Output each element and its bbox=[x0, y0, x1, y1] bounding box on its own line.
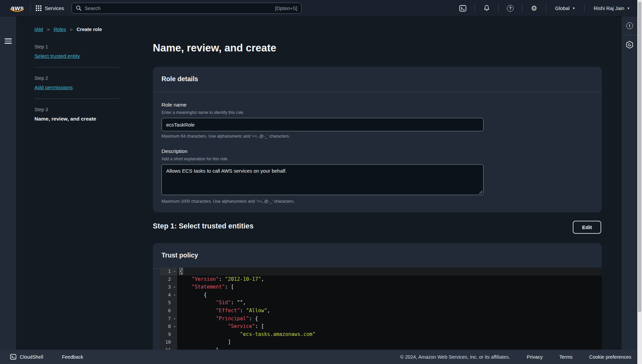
nav-divider bbox=[584, 4, 584, 13]
page-scrollbar[interactable] bbox=[637, 0, 642, 364]
code-line[interactable]: 7▾"Principal": { bbox=[160, 315, 602, 323]
breadcrumb-iam[interactable]: IAM bbox=[34, 27, 43, 32]
wizard-step-3-current: Step 3 Name, review, and create bbox=[34, 107, 119, 122]
page-title: Name, review, and create bbox=[153, 42, 276, 54]
wizard-steps-sidebar: Step 1 Select trusted entity Step 2 Add … bbox=[34, 44, 119, 122]
region-selector[interactable]: Global ▼ bbox=[551, 0, 579, 16]
search-shortcut: [Option+S] bbox=[275, 6, 297, 11]
fold-gutter bbox=[172, 307, 177, 315]
line-number: 11 bbox=[160, 346, 172, 350]
trusted-entities-section-header: Step 1: Select trusted entities Edit bbox=[153, 221, 602, 234]
role-name-input[interactable] bbox=[162, 118, 484, 131]
chevron-down-icon: ▼ bbox=[627, 7, 630, 10]
fold-gutter bbox=[172, 276, 177, 284]
gear-icon: ⚙ bbox=[531, 5, 537, 12]
settings-button[interactable]: ⚙ bbox=[527, 0, 541, 16]
code-text: "Effect": "Allow", bbox=[177, 307, 270, 315]
fold-arrow-icon[interactable]: ▾ bbox=[172, 283, 177, 291]
fold-arrow-icon[interactable]: ▾ bbox=[172, 323, 177, 331]
chevron-down-icon: ▼ bbox=[572, 7, 575, 10]
wizard-step-2: Step 2 Add permissions bbox=[34, 75, 119, 90]
cloudshell-button[interactable]: CloudShell bbox=[10, 354, 43, 360]
fold-arrow-icon[interactable]: ▾ bbox=[172, 291, 177, 299]
info-icon: i bbox=[626, 22, 633, 29]
aws-smile-icon bbox=[10, 8, 24, 12]
code-text: } bbox=[177, 346, 219, 350]
line-number: 5 bbox=[160, 299, 172, 307]
search-bar[interactable]: [Option+S] bbox=[72, 3, 302, 14]
code-line[interactable]: 4▾{ bbox=[160, 291, 602, 299]
line-number: 10 bbox=[160, 338, 172, 346]
terminal-icon bbox=[459, 5, 466, 12]
amazon-q-button[interactable] bbox=[622, 35, 638, 54]
code-text: "Principal": { bbox=[177, 315, 258, 323]
role-details-card: Role details Role name Enter a meaningfu… bbox=[153, 67, 602, 212]
edit-button[interactable]: Edit bbox=[573, 221, 601, 234]
aws-logo[interactable]: aws bbox=[9, 3, 25, 13]
menu-icon[interactable] bbox=[5, 38, 12, 44]
step-number: Step 2 bbox=[34, 75, 119, 81]
trust-policy-editor[interactable]: 1▾{2"Version": "2012-10-17",3▾"Statement… bbox=[160, 267, 602, 350]
line-number: 3 bbox=[160, 283, 172, 291]
fold-gutter bbox=[172, 338, 177, 346]
code-line[interactable]: 3▾"Statement": [ bbox=[160, 283, 602, 291]
services-label: Services bbox=[45, 5, 64, 11]
bell-icon bbox=[483, 5, 490, 12]
line-number: 2 bbox=[160, 276, 172, 284]
cloudshell-terminal-button[interactable] bbox=[456, 0, 469, 16]
description-textarea[interactable]: Allows ECS tasks to call AWS services on… bbox=[162, 164, 484, 195]
fold-gutter bbox=[172, 346, 177, 350]
code-line[interactable]: 10] bbox=[160, 338, 602, 346]
code-line[interactable]: 1▾{ bbox=[160, 267, 602, 276]
code-line[interactable]: 2"Version": "2012-10-17", bbox=[160, 276, 602, 284]
code-text: "Sid": "", bbox=[177, 299, 246, 307]
fold-gutter bbox=[172, 331, 177, 339]
chevron-right-icon: > bbox=[47, 27, 50, 32]
step-link-add-permissions[interactable]: Add permissions bbox=[34, 84, 73, 90]
services-menu-button[interactable]: Services bbox=[36, 5, 64, 11]
line-number: 1 bbox=[160, 267, 172, 276]
breadcrumb-current: Create role bbox=[77, 27, 102, 32]
code-text: "ecs-tasks.amazonaws.com" bbox=[177, 331, 315, 339]
code-text: "Service": [ bbox=[177, 323, 264, 331]
fold-arrow-icon[interactable]: ▾ bbox=[172, 315, 177, 323]
account-name: Rishi Raj Jain bbox=[594, 5, 624, 11]
code-line[interactable]: 5"Sid": "", bbox=[160, 299, 602, 307]
code-text: "Statement": [ bbox=[177, 283, 234, 291]
left-nav-strip bbox=[0, 16, 16, 350]
breadcrumb-roles[interactable]: Roles bbox=[54, 27, 66, 32]
code-text: ] bbox=[177, 338, 231, 346]
trust-policy-title: Trust policy bbox=[153, 243, 602, 259]
help-button[interactable]: ? bbox=[504, 0, 517, 16]
search-icon bbox=[76, 5, 82, 11]
nav-divider bbox=[30, 4, 31, 12]
terms-link[interactable]: Terms bbox=[559, 354, 572, 360]
code-text: "Version": "2012-10-17", bbox=[177, 276, 264, 284]
role-name-constraint: Maximum 64 characters. Use alphanumeric … bbox=[162, 134, 593, 139]
description-hint: Add a short explanation for this role. bbox=[162, 157, 593, 161]
breadcrumb: IAM > Roles > Create role bbox=[34, 27, 102, 32]
code-line[interactable]: 6"Effect": "Allow", bbox=[160, 307, 602, 315]
line-number: 7 bbox=[160, 315, 172, 323]
account-menu[interactable]: Rishi Raj Jain ▼ bbox=[590, 0, 634, 16]
cloudshell-label: CloudShell bbox=[20, 354, 43, 360]
privacy-link[interactable]: Privacy bbox=[527, 354, 543, 360]
services-grid-icon bbox=[36, 5, 41, 11]
step-link-select-trusted-entity[interactable]: Select trusted entity bbox=[34, 53, 80, 59]
cookie-preferences-link[interactable]: Cookie preferences bbox=[589, 354, 631, 360]
scrollbar-thumb[interactable] bbox=[638, 2, 641, 312]
step-number: Step 3 bbox=[34, 107, 119, 112]
role-details-title: Role details bbox=[153, 67, 602, 83]
code-text: { bbox=[177, 291, 207, 299]
role-name-hint: Enter a meaningful name to identify this… bbox=[162, 110, 593, 115]
code-line[interactable]: 8▾"Service": [ bbox=[160, 323, 602, 331]
feedback-button[interactable]: Feedback bbox=[62, 354, 83, 360]
search-input[interactable] bbox=[85, 5, 272, 11]
fold-arrow-icon[interactable]: ▾ bbox=[172, 267, 177, 276]
console-footer: CloudShell Feedback © 2024, Amazon Web S… bbox=[0, 350, 637, 364]
code-line[interactable]: 11} bbox=[160, 346, 602, 350]
code-line[interactable]: 9"ecs-tasks.amazonaws.com" bbox=[160, 331, 602, 339]
notifications-button[interactable] bbox=[480, 0, 493, 16]
step-current-label: Name, review, and create bbox=[34, 116, 119, 122]
info-panel-button[interactable]: i bbox=[622, 16, 638, 35]
